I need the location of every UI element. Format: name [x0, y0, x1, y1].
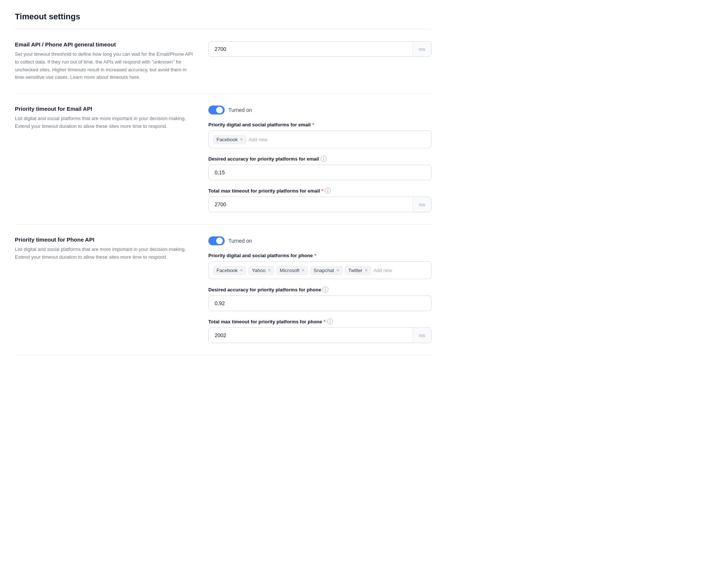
phone-toggle-label: Turned on [228, 238, 252, 244]
phone-tag-twitter-label: Twitter [348, 268, 362, 273]
phone-platforms-required: * [314, 253, 316, 258]
section-right-email: Turned on Priority digital and social pl… [208, 106, 432, 212]
email-max-timeout-required: * [321, 188, 323, 194]
page-title: Timeout settings [15, 12, 432, 22]
general-timeout-input[interactable] [209, 42, 413, 56]
phone-tag-microsoft: Microsoft × [276, 266, 308, 275]
phone-max-timeout-input[interactable] [209, 328, 413, 343]
email-priority-title: Priority timeout for Email API [15, 106, 193, 112]
phone-tag-twitter-remove[interactable]: × [365, 268, 368, 273]
email-priority-section: Priority timeout for Email API List digi… [15, 94, 432, 224]
general-timeout-desc: Set your timeout threshold to define how… [15, 51, 193, 81]
section-left-email: Priority timeout for Email API List digi… [15, 106, 193, 130]
phone-tag-snapchat: Snapchat × [310, 266, 343, 275]
email-platforms-required: * [312, 122, 314, 127]
section-left-general: Email API / Phone API general timeout Se… [15, 41, 193, 81]
phone-max-timeout-group: Total max timeout for priority platforms… [208, 319, 432, 343]
email-add-new[interactable]: Add new [248, 137, 267, 142]
phone-toggle-slider [208, 236, 225, 245]
section-left-phone: Priority timeout for Phone API List digi… [15, 236, 193, 261]
email-tag-facebook-remove[interactable]: × [240, 137, 243, 142]
phone-max-timeout-label: Total max timeout for priority platforms… [208, 319, 432, 324]
phone-tag-yahoo-label: Yahoo [252, 268, 266, 273]
email-accuracy-label: Desired accuracy for priority platforms … [208, 156, 432, 162]
phone-tag-facebook-remove[interactable]: × [240, 268, 243, 273]
phone-max-timeout-suffix: ms [413, 328, 431, 343]
general-timeout-input-wrapper: ms [208, 41, 432, 57]
email-max-timeout-info-icon[interactable]: i [325, 188, 331, 194]
email-toggle-slider [208, 106, 225, 114]
phone-accuracy-group: Desired accuracy for priority platforms … [208, 287, 432, 311]
phone-tag-microsoft-remove[interactable]: × [302, 268, 305, 273]
phone-platforms-label: Priority digital and social platforms fo… [208, 253, 432, 258]
phone-tag-microsoft-label: Microsoft [280, 268, 299, 273]
general-timeout-suffix: ms [413, 42, 431, 56]
email-platforms-label: Priority digital and social platforms fo… [208, 122, 432, 127]
email-max-timeout-suffix: ms [413, 197, 431, 212]
general-timeout-section: Email API / Phone API general timeout Se… [15, 29, 432, 94]
phone-max-timeout-required: * [324, 319, 325, 324]
phone-accuracy-input[interactable] [208, 295, 432, 311]
phone-tag-snapchat-label: Snapchat [314, 268, 334, 273]
phone-tag-yahoo: Yahoo × [248, 266, 274, 275]
email-max-timeout-group: Total max timeout for priority platforms… [208, 188, 432, 212]
phone-toggle-row: Turned on [208, 236, 432, 245]
phone-platforms-input[interactable]: Facebook × Yahoo × Microsoft × Snapchat … [208, 261, 432, 279]
email-platforms-input[interactable]: Facebook × Add new [208, 130, 432, 148]
phone-accuracy-info-icon[interactable]: i [323, 287, 328, 293]
email-platforms-group: Priority digital and social platforms fo… [208, 122, 432, 148]
phone-tag-facebook-label: Facebook [217, 268, 238, 273]
email-max-timeout-input-wrapper: ms [208, 197, 432, 212]
phone-priority-title: Priority timeout for Phone API [15, 236, 193, 243]
phone-tag-twitter: Twitter × [345, 266, 371, 275]
email-toggle-row: Turned on [208, 106, 432, 114]
phone-tag-facebook: Facebook × [213, 266, 246, 275]
phone-priority-desc: List digital and social platforms that a… [15, 246, 193, 261]
email-accuracy-input[interactable] [208, 165, 432, 180]
email-tag-facebook: Facebook × [213, 135, 246, 144]
email-accuracy-group: Desired accuracy for priority platforms … [208, 156, 432, 180]
general-timeout-title: Email API / Phone API general timeout [15, 41, 193, 48]
phone-max-timeout-input-wrapper: ms [208, 327, 432, 343]
email-toggle[interactable] [208, 106, 225, 114]
section-right-general: ms [208, 41, 432, 57]
phone-add-new[interactable]: Add new [373, 268, 392, 273]
email-accuracy-info-icon[interactable]: i [321, 156, 327, 162]
phone-platforms-group: Priority digital and social platforms fo… [208, 253, 432, 279]
phone-toggle[interactable] [208, 236, 225, 245]
phone-tag-snapchat-remove[interactable]: × [336, 268, 339, 273]
phone-accuracy-label: Desired accuracy for priority platforms … [208, 287, 432, 293]
email-max-timeout-label: Total max timeout for priority platforms… [208, 188, 432, 194]
email-max-timeout-input[interactable] [209, 197, 413, 212]
email-toggle-label: Turned on [228, 107, 252, 113]
phone-tag-yahoo-remove[interactable]: × [268, 268, 271, 273]
email-tag-facebook-label: Facebook [217, 137, 238, 142]
section-right-phone: Turned on Priority digital and social pl… [208, 236, 432, 343]
phone-priority-section: Priority timeout for Phone API List digi… [15, 224, 432, 355]
phone-max-timeout-info-icon[interactable]: i [327, 319, 333, 324]
email-priority-desc: List digital and social platforms that a… [15, 115, 193, 130]
